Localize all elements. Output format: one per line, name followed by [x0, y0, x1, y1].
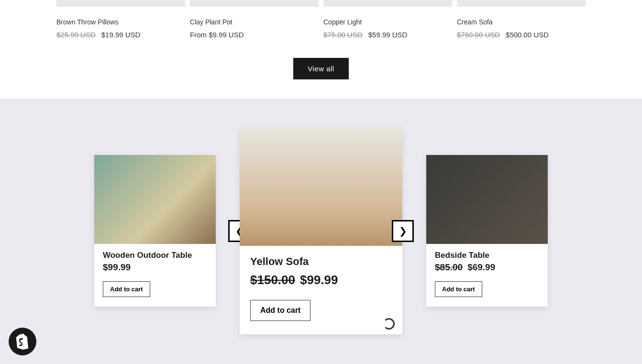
- carousel-card-center[interactable]: Yellow Sofa $150.00$99.99 Add to cart: [240, 127, 402, 334]
- new-price: $69.99: [467, 262, 495, 272]
- shopify-badge[interactable]: [9, 328, 36, 355]
- card-price: $150.00$99.99: [250, 273, 392, 287]
- carousel-section: Wooden Outdoor Table $99.99 Add to cart …: [0, 99, 642, 364]
- old-price: $750.00 USD: [457, 31, 500, 39]
- carousel-card-right[interactable]: Bedside Table $85.00$69.99 Add to cart: [426, 155, 548, 307]
- product-item[interactable]: Copper Light $75.00 USD$59.99 USD: [323, 0, 452, 39]
- new-price: $59.99 USD: [368, 31, 408, 39]
- new-price: From $9.99 USD: [190, 31, 244, 39]
- card-content: Yellow Sofa $150.00$99.99 Add to cart: [240, 246, 402, 334]
- carousel-center-wrap: ❮ Yellow Sofa $150.00$99.99 Add to cart …: [240, 127, 402, 334]
- chevron-right-icon: ❯: [399, 225, 407, 237]
- old-price: $85.00: [435, 262, 463, 272]
- carousel: Wooden Outdoor Table $99.99 Add to cart …: [0, 127, 642, 334]
- carousel-next-button[interactable]: ❯: [392, 220, 414, 242]
- card-image: [240, 127, 402, 246]
- card-content: Bedside Table $85.00$69.99 Add to cart: [426, 244, 548, 307]
- new-price: $19.99 USD: [101, 31, 141, 39]
- old-price: $75.00 USD: [323, 31, 363, 39]
- card-image: [426, 155, 548, 244]
- card-content: Wooden Outdoor Table $99.99 Add to cart: [94, 244, 216, 307]
- price-row: From $9.99 USD: [190, 31, 319, 39]
- old-price: $25.99 USD: [56, 31, 96, 39]
- new-price: $99.99: [300, 273, 338, 287]
- card-price: $85.00$69.99: [435, 262, 539, 273]
- add-to-cart-button[interactable]: Add to cart: [103, 281, 150, 297]
- shopify-icon: [15, 333, 30, 350]
- add-to-cart-button[interactable]: Add to cart: [250, 300, 310, 321]
- view-all-button[interactable]: View all: [293, 58, 348, 79]
- carousel-card-left[interactable]: Wooden Outdoor Table $99.99 Add to cart: [94, 155, 216, 307]
- add-to-cart-button[interactable]: Add to cart: [435, 281, 482, 297]
- card-image: [94, 155, 216, 244]
- product-item[interactable]: Brown Throw Pillows $25.99 USD$19.99 USD: [56, 0, 185, 39]
- product-grid: Brown Throw Pillows $25.99 USD$19.99 USD…: [56, 0, 586, 39]
- product-title: Copper Light: [323, 18, 452, 26]
- loading-spinner-icon: [383, 318, 395, 330]
- card-title: Wooden Outdoor Table: [103, 251, 207, 260]
- card-title: Yellow Sofa: [250, 255, 392, 268]
- card-title: Bedside Table: [435, 251, 539, 260]
- product-image: [56, 0, 185, 7]
- new-price: $500.00 USD: [506, 31, 549, 39]
- product-image: [457, 0, 586, 7]
- card-price: $99.99: [103, 262, 207, 273]
- price-row: $750.00 USD$500.00 USD: [457, 31, 586, 39]
- top-product-section: Brown Throw Pillows $25.99 USD$19.99 USD…: [0, 0, 642, 99]
- product-title: Clay Plant Pot: [190, 18, 319, 26]
- price-row: $25.99 USD$19.99 USD: [56, 31, 185, 39]
- price-row: $75.00 USD$59.99 USD: [323, 31, 452, 39]
- product-image: [323, 0, 452, 7]
- product-title: Brown Throw Pillows: [56, 18, 185, 26]
- product-item[interactable]: Clay Plant Pot From $9.99 USD: [190, 0, 319, 39]
- product-image: [190, 0, 319, 7]
- product-title: Cream Sofa: [457, 18, 586, 26]
- product-item[interactable]: Cream Sofa $750.00 USD$500.00 USD: [457, 0, 586, 39]
- old-price: $150.00: [250, 273, 295, 287]
